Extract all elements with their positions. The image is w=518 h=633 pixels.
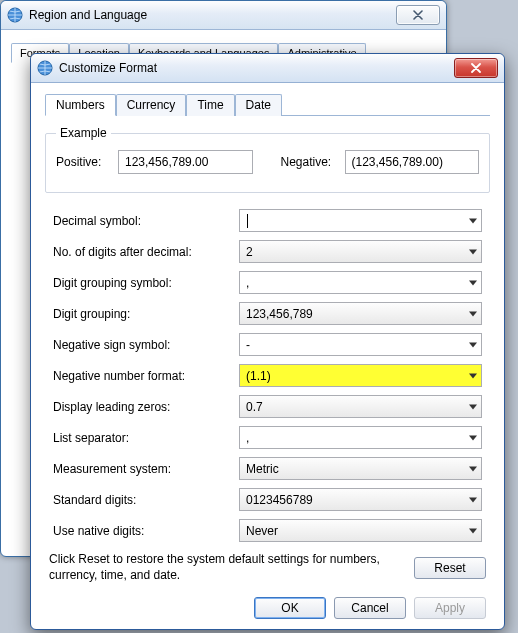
globe-icon [7, 7, 23, 23]
neg-sign-combo[interactable]: - [239, 333, 482, 356]
chevron-down-icon [469, 528, 477, 533]
reset-message: Click Reset to restore the system defaul… [49, 552, 402, 583]
cancel-button[interactable]: Cancel [334, 597, 406, 619]
ok-button[interactable]: OK [254, 597, 326, 619]
measurement-combo[interactable]: Metric [239, 457, 482, 480]
chevron-down-icon [469, 280, 477, 285]
list-sep-label: List separator: [53, 431, 239, 445]
neg-format-combo[interactable]: (1.1) [239, 364, 482, 387]
apply-button: Apply [414, 597, 486, 619]
list-sep-combo[interactable]: , [239, 426, 482, 449]
grouping-symbol-combo[interactable]: , [239, 271, 482, 294]
decimal-symbol-combo[interactable] [239, 209, 482, 232]
chevron-down-icon [469, 311, 477, 316]
chevron-down-icon [469, 342, 477, 347]
customize-format-titlebar: Customize Format [31, 54, 504, 83]
customize-format-body: Numbers Currency Time Date Example Posit… [31, 83, 504, 631]
chevron-down-icon [469, 373, 477, 378]
std-digits-label: Standard digits: [53, 493, 239, 507]
digits-after-decimal-label: No. of digits after decimal: [53, 245, 239, 259]
neg-sign-label: Negative sign symbol: [53, 338, 239, 352]
tab-date[interactable]: Date [235, 94, 282, 116]
digit-grouping-combo[interactable]: 123,456,789 [239, 302, 482, 325]
neg-format-label: Negative number format: [53, 369, 239, 383]
leading-zeros-combo[interactable]: 0.7 [239, 395, 482, 418]
customize-format-dialog: Customize Format Numbers Currency Time D… [30, 53, 505, 630]
reset-button[interactable]: Reset [414, 557, 486, 579]
leading-zeros-label: Display leading zeros: [53, 400, 239, 414]
close-button[interactable] [454, 58, 498, 78]
tab-currency[interactable]: Currency [116, 94, 187, 116]
native-digits-label: Use native digits: [53, 524, 239, 538]
measurement-label: Measurement system: [53, 462, 239, 476]
decimal-symbol-label: Decimal symbol: [53, 214, 239, 228]
region-language-titlebar: Region and Language [1, 1, 446, 30]
tab-time[interactable]: Time [186, 94, 234, 116]
negative-value: (123,456,789.00) [345, 150, 480, 174]
positive-value: 123,456,789.00 [118, 150, 253, 174]
chevron-down-icon [469, 466, 477, 471]
digit-grouping-label: Digit grouping: [53, 307, 239, 321]
region-language-title: Region and Language [29, 8, 396, 22]
customize-format-tabs: Numbers Currency Time Date [45, 93, 490, 116]
chevron-down-icon [469, 249, 477, 254]
tab-numbers[interactable]: Numbers [45, 94, 116, 116]
customize-format-title: Customize Format [59, 61, 454, 75]
std-digits-combo[interactable]: 0123456789 [239, 488, 482, 511]
example-legend: Example [56, 126, 111, 140]
chevron-down-icon [469, 218, 477, 223]
grouping-symbol-label: Digit grouping symbol: [53, 276, 239, 290]
close-button[interactable] [396, 5, 440, 25]
positive-label: Positive: [56, 155, 110, 169]
negative-label: Negative: [281, 155, 337, 169]
chevron-down-icon [469, 404, 477, 409]
chevron-down-icon [469, 497, 477, 502]
example-group: Example Positive: 123,456,789.00 Negativ… [45, 126, 490, 193]
digits-after-decimal-combo[interactable]: 2 [239, 240, 482, 263]
native-digits-combo[interactable]: Never [239, 519, 482, 542]
globe-icon [37, 60, 53, 76]
text-cursor [247, 214, 248, 228]
chevron-down-icon [469, 435, 477, 440]
